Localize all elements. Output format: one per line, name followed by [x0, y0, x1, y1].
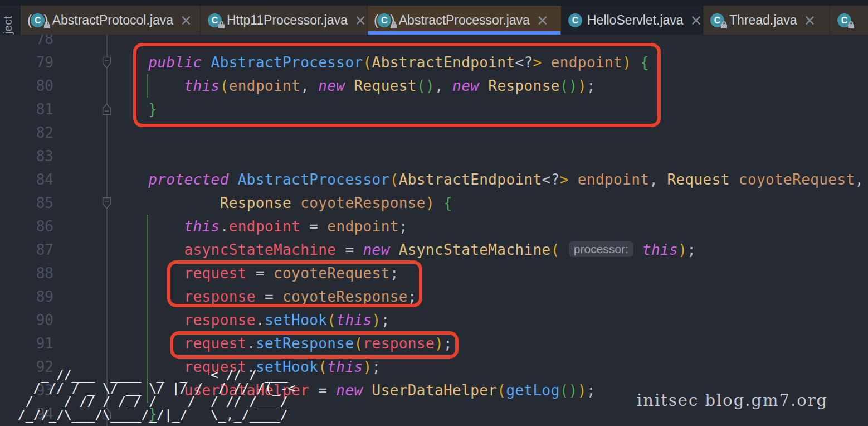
tab-bar: (C)AbstractProtocol.java×CHttp11Processo… — [21, 6, 868, 35]
tab-close-icon[interactable]: × — [180, 13, 192, 27]
class-icon: C — [208, 13, 222, 27]
tab-label: AbstractProcessor.java — [399, 6, 530, 35]
tab-close-icon[interactable]: × — [354, 13, 367, 27]
code-line: public AbstractProcessor(AbstractEndpoin… — [113, 51, 649, 74]
line-number[interactable]: 84 — [21, 168, 53, 191]
code-line: } — [113, 402, 157, 425]
gutter-fold-line — [106, 35, 108, 426]
parameter-hint: processor: — [569, 241, 633, 257]
readonly-lock-icon — [848, 24, 854, 28]
line-number[interactable]: 94 — [21, 402, 53, 425]
readonly-lock-icon — [218, 24, 225, 28]
line-number[interactable]: 82 — [21, 121, 53, 144]
fold-collapse-end-icon[interactable] — [102, 103, 111, 115]
class-icon: C — [568, 13, 582, 27]
line-number[interactable]: 79 — [21, 51, 53, 74]
tab-label: Thread.java — [729, 6, 797, 35]
fold-collapse-start-icon[interactable] — [102, 197, 111, 209]
tab-overflow[interactable]: C — [830, 6, 868, 35]
window-top-strip — [0, 0, 868, 6]
line-number[interactable]: 83 — [21, 144, 53, 168]
code-line: asyncStateMachine = new AsyncStateMachin… — [113, 238, 696, 262]
line-number[interactable]: 90 — [21, 308, 53, 332]
tab-close-icon[interactable]: × — [803, 13, 816, 27]
line-number[interactable]: 88 — [21, 262, 53, 285]
tab-label: HelloServlet.java — [587, 6, 684, 35]
line-number[interactable]: 86 — [21, 215, 53, 238]
line-number[interactable]: 85 — [21, 191, 53, 215]
code-line: request.setHook(this); — [113, 355, 381, 379]
line-number[interactable]: 93 — [21, 379, 53, 402]
code-line: protected AbstractProcessor(AbstractEndp… — [113, 168, 864, 191]
line-number[interactable]: 89 — [21, 285, 53, 308]
readonly-lock-icon — [44, 24, 50, 28]
code-line: response.setHook(this); — [113, 308, 390, 332]
tab-AbstractProcessor.java[interactable]: (C)AbstractProcessor.java× — [368, 6, 561, 35]
line-number[interactable]: 87 — [21, 238, 53, 262]
line-number[interactable]: 80 — [21, 74, 53, 98]
line-number[interactable]: 78 — [21, 35, 53, 51]
tab-close-icon[interactable]: × — [690, 13, 703, 27]
line-number[interactable]: 81 — [21, 98, 53, 121]
readonly-lock-icon — [391, 24, 397, 28]
tab-HelloServlet.java[interactable]: CHelloServlet.java× — [561, 6, 703, 35]
abstract-class-icon: (C) — [375, 13, 394, 27]
tab-Http11Processor.java[interactable]: CHttp11Processor.java× — [201, 6, 368, 35]
readonly-lock-icon — [721, 24, 727, 28]
class-icon: C — [710, 13, 724, 27]
code-line: this(endpoint, new Request(), new Respon… — [113, 74, 596, 98]
code-editor[interactable]: 7879808182838485868788899091929394 publi… — [0, 35, 868, 426]
code-line: request = coyoteRequest; — [113, 262, 399, 285]
tab-AbstractProtocol.java[interactable]: (C)AbstractProtocol.java× — [21, 6, 201, 35]
fold-collapse-start-icon[interactable] — [102, 56, 111, 69]
code-line: } — [113, 98, 157, 121]
abstract-class-icon: (C) — [28, 13, 47, 27]
line-number[interactable]: 91 — [21, 332, 53, 355]
tab-label: AbstractProtocol.java — [52, 6, 173, 35]
code-line: userDataHelper = new UserDataHelper(getL… — [113, 379, 596, 402]
tab-close-icon[interactable]: × — [537, 13, 549, 27]
line-number[interactable]: 92 — [21, 355, 53, 379]
tab-label: Http11Processor.java — [227, 6, 348, 35]
class-icon: C — [837, 13, 851, 27]
tab-Thread.java[interactable]: CThread.java× — [703, 6, 830, 35]
code-line: this.endpoint = endpoint; — [113, 215, 408, 238]
code-line: response = coyoteResponse; — [113, 285, 417, 308]
code-line: request.setResponse(response); — [113, 332, 452, 355]
code-line: Response coyoteResponse) { — [113, 191, 452, 215]
fold-collapse-end-icon[interactable] — [102, 408, 111, 420]
